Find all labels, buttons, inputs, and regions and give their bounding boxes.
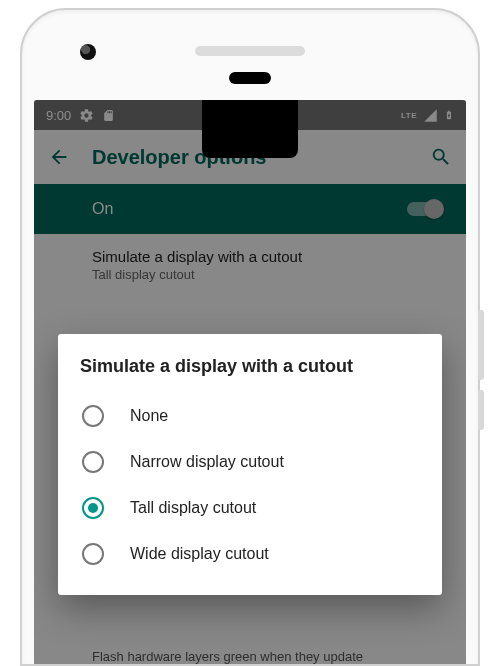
speaker-grill (195, 46, 305, 56)
radio-icon (82, 405, 104, 427)
side-button (478, 390, 484, 430)
option-label: Tall display cutout (130, 499, 256, 517)
option-narrow[interactable]: Narrow display cutout (80, 439, 420, 485)
radio-icon (82, 451, 104, 473)
cutout-dialog: Simulate a display with a cutout None Na… (58, 334, 442, 595)
side-button (478, 310, 484, 380)
camera-dot (80, 44, 96, 60)
option-none[interactable]: None (80, 393, 420, 439)
phone-frame: 9:00 LTE (20, 8, 480, 666)
option-tall[interactable]: Tall display cutout (80, 485, 420, 531)
radio-icon (82, 543, 104, 565)
bezel (22, 10, 478, 100)
option-label: Narrow display cutout (130, 453, 284, 471)
dialog-title: Simulate a display with a cutout (80, 356, 420, 377)
screen: 9:00 LTE (34, 100, 466, 664)
option-label: None (130, 407, 168, 425)
option-wide[interactable]: Wide display cutout (80, 531, 420, 577)
option-label: Wide display cutout (130, 545, 269, 563)
radio-icon (82, 497, 104, 519)
sensor-pill (229, 72, 271, 84)
